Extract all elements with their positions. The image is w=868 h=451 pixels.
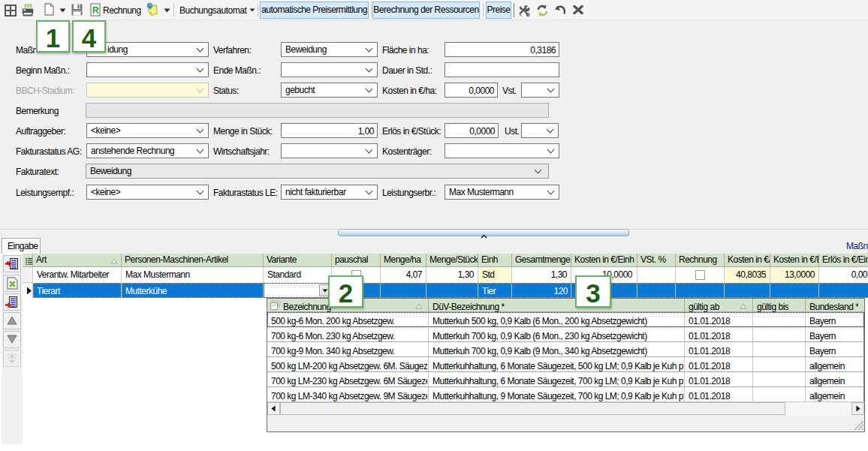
svg-text:R: R [92, 5, 99, 16]
